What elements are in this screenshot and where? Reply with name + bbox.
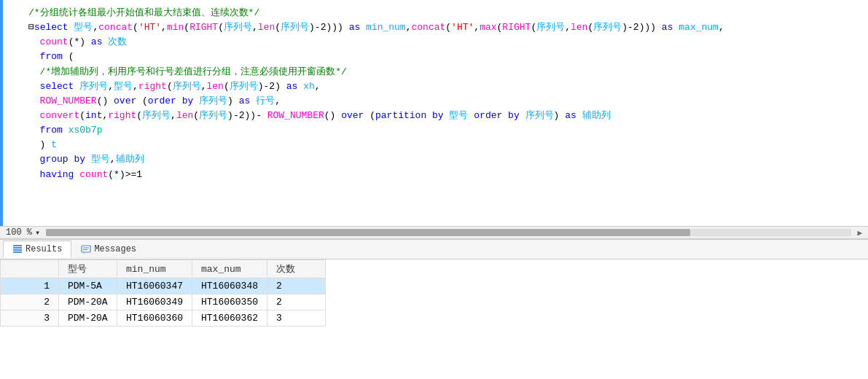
zoom-dropdown-icon[interactable]: ▾ <box>35 227 40 238</box>
tab-messages[interactable]: Messages <box>71 241 146 258</box>
cell-max-num: HT16060348 <box>192 278 267 294</box>
horizontal-scrollbar[interactable]: 100 % ▾ ▶ <box>0 226 868 239</box>
cell-count: 2 <box>267 294 326 310</box>
scroll-right-arrow[interactable]: ▶ <box>857 228 862 238</box>
cell-count: 3 <box>267 310 326 327</box>
table-header-row: 型号 min_num max_num 次数 <box>1 260 326 278</box>
svg-rect-2 <box>13 249 22 251</box>
result-tabs: Results Messages <box>0 239 868 259</box>
cell-max-num: HT16060350 <box>192 294 267 310</box>
cell-min-num: HT16060347 <box>117 278 192 294</box>
row-number: 3 <box>1 310 59 327</box>
row-num-header <box>1 260 59 278</box>
cell-type: PDM-5A <box>59 278 117 294</box>
tab-results[interactable]: Results <box>3 241 71 258</box>
col-header-min-num: min_num <box>117 260 192 278</box>
zoom-label: 100 % <box>6 227 32 238</box>
messages-icon <box>81 244 91 254</box>
col-header-max-num: max_num <box>192 260 267 278</box>
table-row[interactable]: 2PDM-20AHT16060349HT160603502 <box>1 294 326 310</box>
scrollbar-track[interactable] <box>46 229 851 236</box>
cell-count: 2 <box>267 278 326 294</box>
cell-min-num: HT16060360 <box>117 310 192 327</box>
svg-rect-4 <box>82 246 90 252</box>
cell-max-num: HT16060362 <box>192 310 267 327</box>
svg-rect-3 <box>13 251 22 253</box>
col-header-type: 型号 <box>59 260 117 278</box>
cell-min-num: HT16060349 <box>117 294 192 310</box>
row-number: 2 <box>1 294 59 310</box>
tab-messages-label: Messages <box>94 244 136 254</box>
code-editor[interactable]: /*分组统计各组最小开始值和最大结束值、连续次数*/ ⊟select 型号,co… <box>0 0 868 226</box>
table-row[interactable]: 3PDM-20AHT16060360HT160603623 <box>1 310 326 327</box>
tab-results-label: Results <box>26 244 62 254</box>
table-row[interactable]: 1PDM-5AHT16060347HT160603482 <box>1 278 326 294</box>
cell-type: PDM-20A <box>59 310 117 327</box>
code-content: /*分组统计各组最小开始值和最大结束值、连续次数*/ ⊟select 型号,co… <box>3 0 868 188</box>
svg-rect-1 <box>13 247 22 249</box>
results-icon <box>12 244 23 254</box>
svg-rect-0 <box>13 245 22 246</box>
results-area[interactable]: 型号 min_num max_num 次数 1PDM-5AHT16060347H… <box>0 259 868 379</box>
col-header-count: 次数 <box>267 260 326 278</box>
scrollbar-thumb[interactable] <box>46 229 690 236</box>
zoom-control[interactable]: 100 % ▾ <box>6 227 40 238</box>
row-number: 1 <box>1 278 59 294</box>
results-table: 型号 min_num max_num 次数 1PDM-5AHT16060347H… <box>0 259 326 327</box>
cell-type: PDM-20A <box>59 294 117 310</box>
